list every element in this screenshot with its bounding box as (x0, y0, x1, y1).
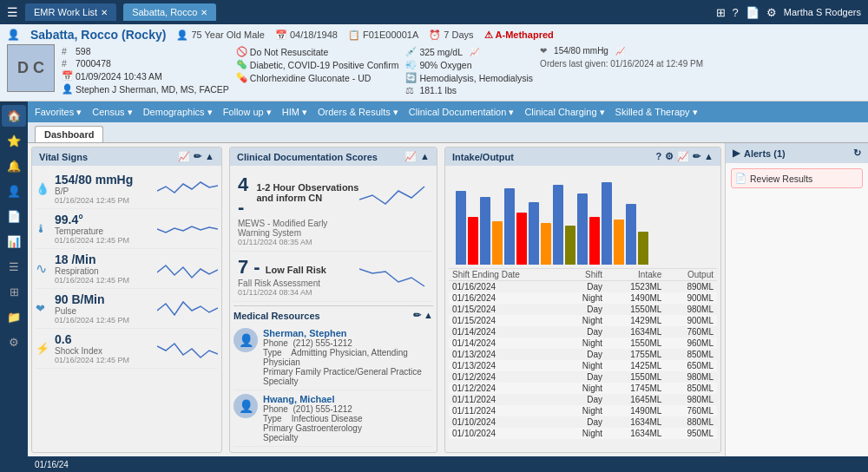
provider-sherman-info: Sherman, Stephen Phone (212) 555-1212 Ty… (263, 328, 433, 386)
table-row: 01/12/2024Day1550ML980ML (449, 371, 717, 383)
table-cell: 01/11/2024 (449, 394, 564, 405)
table-cell: 900ML (665, 315, 717, 326)
clinical-chart-icon[interactable]: 📈 (404, 151, 417, 162)
sidebar-folder-icon[interactable]: 📁 (2, 306, 26, 328)
resp-icon: ∿ (36, 260, 51, 277)
sidebar-list-icon[interactable]: ☰ (2, 256, 26, 278)
io-expand-icon[interactable]: ▲ (704, 151, 713, 162)
detail-glucose: 💉 325 mg/dL 📈 (405, 46, 533, 57)
score-mews-number: 4 - (238, 174, 251, 219)
patient-medication-value: Chlorhexidine Gluconate - UD (250, 73, 371, 83)
help-icon[interactable]: ? (733, 6, 739, 19)
medical-resources-edit[interactable]: ✏ ▲ (413, 310, 433, 321)
table-cell: Day (564, 394, 606, 405)
bp-date: 01/16/2024 12:45 PM (55, 196, 133, 205)
tab-patient-close[interactable]: ✕ (201, 8, 207, 17)
patient-header: 👤 Sabatta, Rocco (Rocky) 👤 75 Year Old M… (0, 24, 868, 102)
patient-alert: ⚠ A-Methapred (484, 30, 554, 41)
intake-output-header: Intake/Output ? ⚙ 📈 ✏ ▲ (445, 148, 720, 166)
patient-dnr-value: Do Not Resuscitate (250, 47, 328, 57)
provider-hwang-name: Hwang, Michael (263, 394, 363, 404)
medical-resources-title: Medical Resources (233, 311, 320, 321)
table-cell: 01/16/2024 (449, 281, 564, 293)
subnav-him[interactable]: HIM ▾ (282, 107, 307, 118)
sidebar-settings-icon[interactable]: ⚙ (2, 331, 26, 353)
tab-emr-work-list[interactable]: EMR Work List ✕ (25, 3, 116, 21)
detail-oxygen: 💨 90% Oxygen (405, 59, 533, 70)
vital-signs-content: 💧 154/80 mmHg B/P 01/16/2024 12:45 PM (32, 166, 221, 452)
sidebar-star-icon[interactable]: ⭐ (2, 130, 26, 152)
vital-expand-icon[interactable]: ▲ (205, 151, 214, 162)
footer-date: 01/16/24 (35, 460, 69, 469)
subnav-followup[interactable]: Follow up ▾ (223, 107, 272, 118)
io-chart-icon[interactable]: 📈 (677, 151, 689, 162)
sidebar-bell-icon[interactable]: 🔔 (2, 155, 26, 177)
footer: 01/16/24 (28, 456, 868, 472)
vital-signs-title: Vital Signs (39, 152, 88, 162)
app-wrapper: ☰ EMR Work List ✕ Sabatta, Rocco ✕ ⊞ ? 📄… (0, 0, 868, 472)
tab-patient[interactable]: Sabatta, Rocco ✕ (123, 3, 216, 21)
score-fall: 7 - Low Fall Risk Fall Risk Assessment 0… (233, 252, 433, 302)
menu-icon[interactable]: ☰ (7, 5, 18, 19)
patient-physician-value: Stephen J Sherman, MD, MS, FACEP (76, 84, 229, 95)
subnav-demographics[interactable]: Demographics ▾ (143, 107, 213, 118)
subnav-charging[interactable]: Clinical Charging ▾ (524, 107, 604, 118)
grid-icon[interactable]: ⊞ (716, 6, 726, 19)
io-edit-icon[interactable]: ✏ (693, 151, 700, 162)
provider-hwang-info: Hwang, Michael Phone (201) 555-1212 Type… (263, 394, 363, 442)
subnav-census[interactable]: Census ▾ (92, 107, 132, 118)
pulse-date: 01/16/2024 12:45 PM (55, 316, 133, 324)
table-cell: Night (564, 405, 606, 416)
table-cell: 01/15/2024 (449, 315, 564, 326)
subnav-orders[interactable]: Orders & Results ▾ (318, 107, 398, 118)
vital-chart-icon[interactable]: 📈 (178, 151, 190, 162)
sidebar-grid-icon[interactable]: ⊞ (2, 281, 26, 303)
patient-conditions-value: Diabetic, COVID-19 Positive Confirm (250, 60, 399, 70)
detail-conditions: 🦠 Diabetic, COVID-19 Positive Confirm (236, 59, 399, 70)
table-row: 01/12/2024Night1745ML850ML (449, 383, 717, 394)
table-cell: 01/13/2024 (449, 360, 564, 371)
doc-icon[interactable]: 📄 (746, 6, 760, 19)
table-cell: 01/14/2024 (449, 326, 564, 338)
col-output: Output (665, 269, 717, 281)
table-cell: Day (564, 371, 606, 383)
panels-row: Vital Signs 📈 ✏ ▲ 💧 154/80 mmHg (28, 143, 868, 456)
patient-dob: 📅 04/18/1948 (275, 30, 338, 41)
table-cell: 1645ML (606, 394, 665, 405)
table-cell: 1490ML (606, 292, 665, 304)
patient-meta: 👤 75 Year Old Male 📅 04/18/1948 📋 F01E00… (176, 30, 553, 41)
sidebar-user-icon[interactable]: 👤 (2, 180, 26, 202)
alerts-panel: ▶ Alerts (1) ↻ 📄 Review Results (725, 143, 868, 456)
sidebar-chart-icon[interactable]: 📊 (2, 231, 26, 252)
table-cell: Day (564, 326, 606, 338)
subnav-skilled[interactable]: Skilled & Therapy ▾ (615, 107, 698, 118)
dialysis-value: Hemodialysis, Hemodialysis (419, 73, 533, 83)
io-settings-icon[interactable]: ⚙ (665, 151, 674, 162)
provider-hwang: 👤 Hwang, Michael Phone (201) 555-1212 Ty… (233, 390, 433, 447)
subnav-clinical-doc[interactable]: Clinical Documentation ▾ (409, 107, 515, 118)
tab-emr-close[interactable]: ✕ (101, 8, 108, 17)
bar-group-8 (626, 204, 648, 265)
provider-hwang-icon: 👤 (233, 394, 258, 418)
tab-dashboard[interactable]: Dashboard (35, 126, 103, 142)
table-cell: 01/13/2024 (449, 349, 564, 360)
bar-output-2 (492, 221, 503, 265)
detail-admit: 📅 01/09/2024 10:43 AM (62, 70, 229, 82)
subnav-favorites[interactable]: Favorites ▾ (35, 107, 82, 118)
vital-bp: 💧 154/80 mmHg B/P 01/16/2024 12:45 PM (36, 169, 218, 209)
alert-review-results[interactable]: 📄 Review Results (731, 168, 863, 188)
sidebar-home-icon[interactable]: 🏠 (2, 105, 26, 127)
table-row: 01/16/2024Day1523ML890ML (449, 281, 717, 293)
vital-edit-icon[interactable]: ✏ (194, 151, 201, 162)
chevron-right-icon[interactable]: ▶ (733, 148, 740, 159)
left-sidebar: 🏠 ⭐ 🔔 👤 📄 📊 ☰ ⊞ 📁 ⚙ (0, 102, 28, 472)
table-cell: Night (564, 360, 606, 371)
settings-icon[interactable]: ⚙ (766, 6, 777, 19)
vital-signs-panel: Vital Signs 📈 ✏ ▲ 💧 154/80 mmHg (31, 147, 222, 453)
alerts-refresh-icon[interactable]: ↻ (853, 148, 861, 159)
sidebar-doc-icon[interactable]: 📄 (2, 206, 26, 227)
clinical-expand-icon[interactable]: ▲ (420, 151, 430, 162)
bar-group-1 (456, 191, 478, 265)
io-question-icon[interactable]: ? (655, 151, 661, 162)
score-fall-number: 7 - (238, 256, 260, 279)
